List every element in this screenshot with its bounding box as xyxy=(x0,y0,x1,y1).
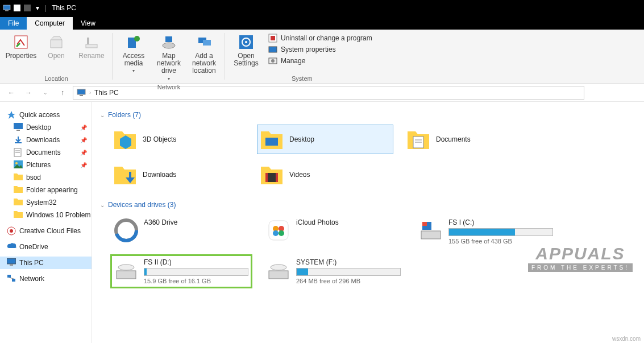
sidebar-item-ccfiles[interactable]: Creative Cloud Files xyxy=(0,225,92,237)
section-drives[interactable]: ⌄ Devices and drives (3) xyxy=(100,197,636,212)
svg-rect-17 xyxy=(271,36,275,40)
folder-icon xyxy=(406,127,430,151)
tab-computer[interactable]: Computer xyxy=(27,17,73,30)
folder-desktop[interactable]: Desktop xyxy=(257,125,393,154)
svg-rect-2 xyxy=(14,5,20,11)
cloud-icon xyxy=(7,242,16,251)
sidebar-item-downloads[interactable]: Downloads📌 xyxy=(0,134,92,146)
svg-point-20 xyxy=(271,59,275,63)
disk-icon xyxy=(419,218,443,242)
dropdown-icon[interactable]: ▾ xyxy=(33,3,42,13)
pin-icon: 📌 xyxy=(80,150,87,156)
forward-button: → xyxy=(22,86,35,100)
sidebar-item-desktop[interactable]: Desktop📌 xyxy=(0,121,92,134)
pc-icon xyxy=(77,89,86,97)
manage-icon xyxy=(268,56,277,65)
svg-point-8 xyxy=(134,36,140,42)
drive-usage-bar xyxy=(448,228,553,236)
sidebar-item-win10problem[interactable]: Windows 10 Problem xyxy=(0,209,92,221)
svg-rect-38 xyxy=(265,138,278,146)
svg-point-15 xyxy=(245,41,247,43)
svg-rect-12 xyxy=(203,40,211,46)
map-drive-icon xyxy=(160,33,178,51)
tab-view[interactable]: View xyxy=(73,17,103,30)
svg-rect-3 xyxy=(24,5,31,11)
folder-icon xyxy=(260,127,284,151)
titlebar: ▾ | This PC xyxy=(0,0,644,16)
drive-d[interactable]: FS II (D:) 15.9 GB free of 16.1 GB xyxy=(110,254,252,288)
address-bar[interactable]: › This PC xyxy=(73,86,584,100)
cc-icon xyxy=(7,226,16,235)
breadcrumb[interactable]: This PC xyxy=(94,89,119,97)
drive-icloud[interactable]: iCloud Photos xyxy=(263,214,405,249)
rename-icon xyxy=(82,33,101,51)
folder-documents[interactable]: Documents xyxy=(404,125,540,154)
ribbon-group-label: Location xyxy=(44,75,68,82)
sidebar-item-system32[interactable]: System32 xyxy=(0,196,92,209)
up-button[interactable]: ↑ xyxy=(56,86,69,100)
section-folders[interactable]: ⌄ Folders (7) xyxy=(100,108,636,122)
menu-tabs: File Computer View xyxy=(0,16,644,30)
chevron-down-icon: ▾ xyxy=(168,76,170,81)
svg-rect-0 xyxy=(3,5,10,10)
folder-icon xyxy=(260,163,284,187)
ribbon-group-label: Network xyxy=(157,84,180,90)
desktop-icon xyxy=(14,123,23,132)
folder-icon xyxy=(14,198,23,207)
folder-videos[interactable]: Videos xyxy=(257,160,393,189)
system-properties-button[interactable]: System properties xyxy=(266,44,375,55)
uninstall-icon xyxy=(268,34,277,43)
pin-icon: 📌 xyxy=(80,137,87,143)
properties-button[interactable]: Properties xyxy=(5,32,38,61)
sysprops-icon xyxy=(268,45,277,54)
recent-dropdown[interactable]: ⌄ xyxy=(39,86,52,100)
back-button[interactable]: ← xyxy=(5,86,18,100)
chevron-down-icon: ⌄ xyxy=(100,202,105,208)
uninstall-program-button[interactable]: Uninstall or change a program xyxy=(266,33,375,43)
folder-downloads[interactable]: Downloads xyxy=(110,160,247,189)
add-location-icon xyxy=(195,33,213,51)
document-icon xyxy=(14,148,23,157)
sidebar-item-quick-access[interactable]: Quick access xyxy=(0,109,92,121)
ribbon-group-system: Open Settings Uninstall or change a prog… xyxy=(225,30,379,83)
chevron-down-icon: ⌄ xyxy=(100,112,105,118)
svg-point-50 xyxy=(273,230,279,236)
svg-rect-36 xyxy=(12,279,15,282)
svg-line-37 xyxy=(9,278,14,279)
svg-rect-47 xyxy=(269,221,288,240)
sidebar-item-bsod[interactable]: bsod xyxy=(0,171,92,184)
save-icon[interactable] xyxy=(13,3,22,13)
ribbon-group-location: Properties Open Rename Location xyxy=(0,30,113,83)
drive-f[interactable]: SYSTEM (F:) 264 MB free of 296 MB xyxy=(263,254,405,288)
svg-point-56 xyxy=(118,265,134,270)
sidebar-item-documents[interactable]: Documents📌 xyxy=(0,146,92,159)
map-drive-button[interactable]: Map network drive ▾ xyxy=(152,32,185,82)
chevron-down-icon: ▾ xyxy=(132,68,135,73)
qa-icon[interactable] xyxy=(23,3,32,13)
sidebar-item-onedrive[interactable]: OneDrive xyxy=(0,241,92,253)
sidebar-item-this-pc[interactable]: This PC xyxy=(0,257,92,269)
sidebar-item-network[interactable]: Network xyxy=(0,272,92,285)
svg-point-58 xyxy=(271,265,286,270)
manage-button[interactable]: Manage xyxy=(266,56,375,66)
sidebar-item-pictures[interactable]: Pictures📌 xyxy=(0,159,92,171)
tab-file[interactable]: File xyxy=(0,17,27,30)
svg-rect-22 xyxy=(80,95,83,96)
drive-c[interactable]: FS I (C:) 155 GB free of 438 GB xyxy=(415,214,557,249)
folder-icon xyxy=(14,210,23,220)
drive-a360[interactable]: A360 Drive xyxy=(110,214,252,249)
svg-rect-57 xyxy=(269,271,288,279)
folder-icon xyxy=(113,127,137,151)
svg-rect-43 xyxy=(265,173,268,182)
add-location-button[interactable]: Add a network location xyxy=(188,32,221,82)
svg-rect-21 xyxy=(77,89,85,94)
open-settings-button[interactable]: Open Settings xyxy=(230,32,263,68)
sidebar-item-folder-appearing[interactable]: Folder appearing xyxy=(0,184,92,196)
svg-rect-44 xyxy=(276,173,278,182)
svg-rect-24 xyxy=(16,130,20,131)
svg-rect-23 xyxy=(14,123,23,129)
access-media-button[interactable]: Access media ▾ xyxy=(117,32,150,82)
folder-3dobjects[interactable]: 3D Objects xyxy=(110,125,247,154)
ribbon-group-label: System xyxy=(292,75,313,82)
disk-icon xyxy=(114,258,138,282)
